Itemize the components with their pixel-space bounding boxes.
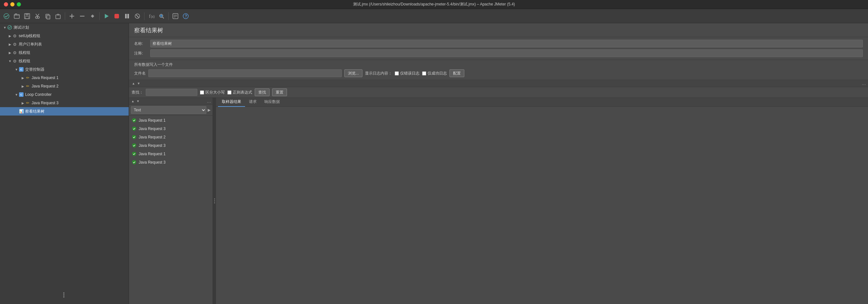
tree-item-java-req-3[interactable]: ▶ ✏ Java Request 3 <box>0 99 129 107</box>
svg-line-20 <box>136 15 138 18</box>
toolbar-separator-2 <box>99 12 100 20</box>
svg-text:(x): (x) <box>151 15 154 19</box>
file-section-title: 所有数据写入一个文件 <box>134 62 863 67</box>
tree-item-label: Java Request 1 <box>32 76 58 80</box>
new-test-plan-icon[interactable] <box>2 11 11 21</box>
expand-arrow-setup: ▶ <box>8 33 12 38</box>
copy-icon[interactable] <box>43 11 52 21</box>
tree-item-label: 线程组 <box>19 58 30 64</box>
main-layout: ▼ 测试计划 ▶ ⚙ setUp线程组 ▶ ⚙ 用户订单列表 ▶ ⚙ 线程组 <box>0 23 868 304</box>
minimize-button[interactable] <box>10 2 14 6</box>
comment-input[interactable] <box>150 49 863 57</box>
ctrl-icon-loop: C <box>19 92 24 97</box>
expand-arrow-tg1: ▶ <box>8 50 12 55</box>
list-menu-dots[interactable]: ... <box>207 99 211 104</box>
error-only-checkbox[interactable] <box>395 71 399 76</box>
main-toolbar: f (x) ? <box>0 9 868 23</box>
script-icon[interactable] <box>171 11 180 21</box>
tree-item-switch-ctrl[interactable]: ▼ C 交替控制器 <box>0 65 129 74</box>
list-item-2[interactable]: Java Request 2 <box>129 133 213 141</box>
tree-item-label: 交替控制器 <box>25 67 44 72</box>
tab-response[interactable]: 响应数据 <box>260 98 284 107</box>
panel-resize-handle[interactable] <box>213 98 216 304</box>
list-down-arrow[interactable]: ▼ <box>135 99 141 104</box>
svg-line-24 <box>162 17 164 19</box>
pause-icon[interactable] <box>123 11 131 21</box>
list-item-3[interactable]: Java Request 3 <box>129 141 213 150</box>
svg-text:f: f <box>149 14 151 19</box>
svg-rect-17 <box>125 14 127 19</box>
log-controls: 显示日志内容： 仅错误日志 仅成功日志 配置 <box>365 70 464 77</box>
list-item-1[interactable]: Java Request 3 <box>129 125 213 133</box>
run-icon[interactable] <box>102 11 111 21</box>
tab-request[interactable]: 请求 <box>245 98 260 107</box>
tree-item-label: Java Request 2 <box>32 84 58 88</box>
case-sensitive-label: 区分大小写 <box>206 90 225 95</box>
reset-button[interactable]: 重置 <box>272 88 287 96</box>
content-area <box>216 107 868 304</box>
paste-icon[interactable] <box>54 11 63 21</box>
content-panel: 取样器结果 请求 响应数据 <box>216 98 868 304</box>
tree-item-setup[interactable]: ▶ ⚙ setUp线程组 <box>0 32 129 40</box>
case-sensitive-group: 区分大小写 <box>200 90 225 95</box>
add-icon[interactable] <box>67 11 76 21</box>
close-button[interactable] <box>4 2 8 6</box>
case-sensitive-checkbox[interactable] <box>200 90 204 94</box>
tree-item-thread-group-2[interactable]: ▼ ⚙ 线程组 <box>0 57 129 65</box>
form-section: 名称: 注释: <box>129 37 868 60</box>
search-menu-dots[interactable]: ... <box>862 81 866 86</box>
tree-item-test-plan[interactable]: ▼ 测试计划 <box>0 23 129 32</box>
tree-item-result-tree[interactable]: 📊 察看结果树 <box>0 107 129 115</box>
list-item-text-3: Java Request 3 <box>138 143 165 148</box>
svg-rect-10 <box>57 14 59 16</box>
tree-item-java-req-2[interactable]: ▶ ✏ Java Request 2 <box>0 82 129 90</box>
gear-icon-tg2: ⚙ <box>12 58 18 63</box>
test-plan-icon <box>7 25 12 30</box>
name-input[interactable] <box>150 40 863 48</box>
svg-marker-15 <box>105 14 108 19</box>
search-section-toolbar: ▲ ▼ ... <box>129 80 868 87</box>
search-up-arrow[interactable]: ▲ <box>131 81 136 86</box>
shield-icon-2 <box>131 135 137 140</box>
list-item-5[interactable]: Java Request 3 <box>129 158 213 167</box>
expand-arrow-jr1: ▶ <box>21 76 25 80</box>
open-icon[interactable] <box>12 11 21 21</box>
error-only-group: 仅错误日志 <box>395 71 420 76</box>
search-icon[interactable] <box>157 11 166 21</box>
file-path-input[interactable] <box>148 70 342 77</box>
expand-arrow-tg2: ▼ <box>8 59 12 63</box>
list-item-text-0: Java Request 1 <box>138 118 165 122</box>
list-item-text-5: Java Request 3 <box>138 160 165 165</box>
cut-icon[interactable] <box>33 11 42 21</box>
tree-item-user-order[interactable]: ▶ ⚙ 用户订单列表 <box>0 40 129 48</box>
tab-sampler-result[interactable]: 取样器结果 <box>218 98 245 107</box>
find-button[interactable]: 查找 <box>255 88 270 96</box>
clear-icon[interactable] <box>133 11 142 21</box>
remove-icon[interactable] <box>78 11 87 21</box>
search-input[interactable] <box>146 89 197 96</box>
gear-icon-setup: ⚙ <box>12 33 18 38</box>
tree-item-thread-group-1[interactable]: ▶ ⚙ 线程组 <box>0 48 129 57</box>
tree-item-java-req-1[interactable]: ▶ ✏ Java Request 1 <box>0 74 129 82</box>
right-panel: 察看结果树 名称: 注释: 所有数据写入一个文件 文件名 浏览... 显示日志内… <box>129 23 868 304</box>
stop-icon[interactable] <box>112 11 121 21</box>
format-select[interactable]: Text HTML JSON XML <box>131 106 206 114</box>
success-only-checkbox[interactable] <box>422 71 426 76</box>
list-item-0[interactable]: Java Request 1 <box>129 116 213 125</box>
maximize-button[interactable] <box>17 2 21 6</box>
tree-item-loop-ctrl[interactable]: ▼ C Loop Controller <box>0 90 129 99</box>
function-icon[interactable]: f (x) <box>147 11 156 21</box>
save-icon[interactable] <box>23 11 32 21</box>
list-up-arrow[interactable]: ▲ <box>130 99 135 104</box>
svg-rect-3 <box>26 13 29 16</box>
browse-button[interactable]: 浏览... <box>344 70 363 77</box>
sidebar-resize-handle[interactable] <box>63 293 64 298</box>
settings-icon[interactable] <box>88 11 97 21</box>
help-icon[interactable]: ? <box>181 11 190 21</box>
regex-checkbox[interactable] <box>227 90 231 94</box>
search-down-arrow[interactable]: ▼ <box>136 81 141 86</box>
config-button[interactable]: 配置 <box>450 70 464 77</box>
list-item-4[interactable]: Java Request 1 <box>129 150 213 158</box>
format-arrow-icon: ▶ <box>208 108 211 112</box>
expand-arrow-result <box>14 109 19 114</box>
